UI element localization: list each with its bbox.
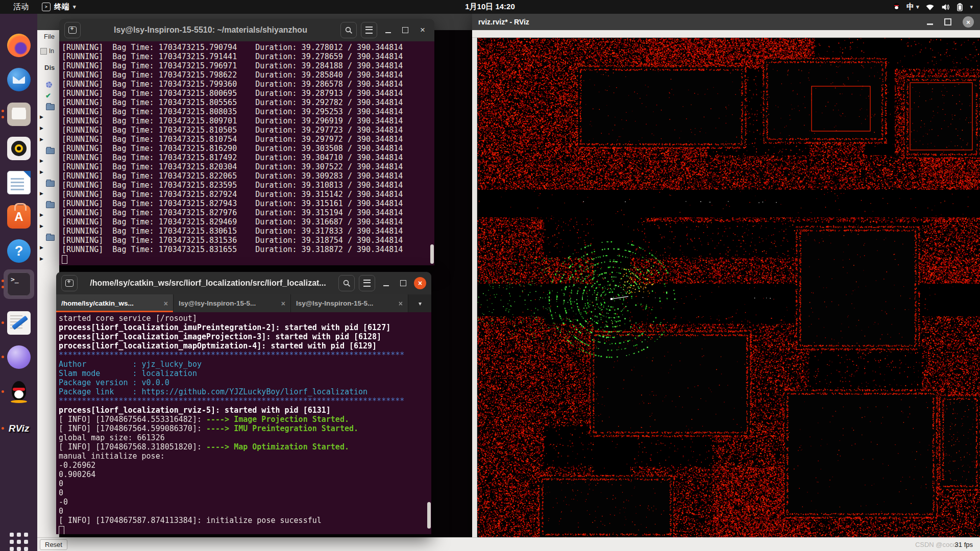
- dock-item-rviz[interactable]: RViz: [6, 416, 32, 441]
- terminal-output-line: process[liorf_localization_rviz-5]: star…: [59, 406, 431, 415]
- interact-tool-button[interactable]: In: [40, 47, 54, 55]
- displays-tree-row[interactable]: ▶: [37, 256, 59, 264]
- chevron-down-icon: ▾: [73, 4, 76, 10]
- close-button[interactable]: ×: [416, 23, 429, 37]
- displays-tree-row[interactable]: [37, 201, 59, 209]
- scrollbar-thumb[interactable]: [427, 502, 431, 529]
- dock-item-help[interactable]: ?: [6, 238, 32, 264]
- gear-icon: [46, 82, 52, 88]
- terminal-output-line: [RUNNING] Bag Time: 1703473215.810754 Du…: [62, 135, 434, 144]
- chevron-down-icon: ▾: [916, 4, 919, 10]
- dock-item-text-editor[interactable]: [6, 310, 32, 336]
- displays-tree-row[interactable]: ▶: [37, 223, 59, 231]
- folder-icon: [46, 181, 55, 187]
- chevron-down-icon[interactable]: ▾: [970, 4, 973, 10]
- search-button[interactable]: [338, 275, 355, 291]
- maximize-icon: [400, 280, 406, 286]
- dock-item-terminal[interactable]: >_: [6, 271, 32, 297]
- search-button[interactable]: [340, 22, 357, 38]
- terminal-headerbar[interactable]: lsy@lsy-Inspiron-15-5510: ~/materials/sh…: [59, 19, 434, 41]
- terminal-output-line: [RUNNING] Bag Time: 1703473215.817492 Du…: [62, 153, 434, 162]
- csdn-watermark: CSDN @coco: [915, 541, 957, 548]
- minimize-button[interactable]: [381, 23, 395, 37]
- tab-close-icon[interactable]: ×: [164, 299, 168, 308]
- terminal-tab[interactable]: lsy@lsy-Inspiron-15-5...×: [291, 294, 408, 312]
- tab-close-icon[interactable]: ×: [399, 299, 403, 308]
- hamburger-icon: [363, 280, 371, 287]
- displays-tree-row[interactable]: [37, 146, 59, 155]
- tab-close-icon[interactable]: ×: [281, 299, 285, 308]
- rviz-titlebar[interactable]: rviz.rviz* - RViz ×: [472, 14, 980, 30]
- maximize-button[interactable]: [399, 23, 412, 37]
- terminal-output-line: Package version : v0.0.0: [59, 378, 431, 387]
- close-icon[interactable]: ×: [963, 16, 974, 28]
- displays-tree-row[interactable]: ▶: [37, 125, 59, 133]
- scrollbar-thumb[interactable]: [430, 244, 434, 264]
- rviz-viewport[interactable]: [477, 38, 980, 538]
- tab-list-dropdown[interactable]: ▾: [409, 294, 431, 312]
- displays-tree-row[interactable]: ▶: [37, 244, 59, 253]
- show-applications-icon: [10, 533, 28, 551]
- displays-tree-row[interactable]: [37, 103, 59, 111]
- menu-button[interactable]: [359, 275, 375, 291]
- terminal-tab[interactable]: lsy@lsy-Inspiron-15-5...×: [174, 294, 291, 312]
- displays-tree-row[interactable]: [37, 233, 59, 241]
- terminal-title: /home/lsy/catkin_ws/src/liorf_localizati…: [82, 279, 334, 288]
- expander-triangle-icon: ▶: [40, 126, 43, 131]
- displays-tree-row[interactable]: ▶: [37, 158, 59, 166]
- displays-tree-row[interactable]: [37, 179, 59, 187]
- app-menu[interactable]: > 终端 ▾: [42, 2, 76, 12]
- new-tab-button[interactable]: [64, 22, 81, 38]
- battery-icon[interactable]: [957, 3, 963, 11]
- dock-item-ubuntu-software[interactable]: A: [6, 204, 32, 230]
- search-icon: [345, 27, 353, 34]
- minimize-icon[interactable]: [927, 23, 933, 25]
- dock-item-thunderbird[interactable]: [6, 67, 32, 92]
- qq-tray-icon[interactable]: [893, 3, 900, 11]
- dock-item-qq[interactable]: [6, 379, 32, 405]
- displays-tree-row[interactable]: ▶: [37, 114, 59, 122]
- volume-icon[interactable]: [941, 4, 950, 11]
- terminal-tab[interactable]: /home/lsy/catkin_ws...×: [56, 294, 174, 312]
- terminal-output[interactable]: [RUNNING] Bag Time: 1703473215.790794 Du…: [59, 41, 434, 265]
- close-button[interactable]: ×: [414, 277, 426, 289]
- displays-tree-row[interactable]: [37, 81, 59, 89]
- wifi-icon[interactable]: [925, 4, 935, 11]
- terminal-output-line: global map size: 661326: [59, 433, 431, 442]
- expander-triangle-icon: ▶: [40, 245, 43, 250]
- dock-item-show-applications[interactable]: [6, 529, 32, 551]
- clock[interactable]: 1月10日 14:20: [0, 2, 980, 12]
- folder-icon: [46, 104, 55, 110]
- displays-tree-row[interactable]: ▶: [37, 212, 59, 220]
- dock-item-network-app[interactable]: [6, 344, 32, 370]
- dock-item-libreoffice-writer[interactable]: [6, 170, 32, 195]
- expander-triangle-icon: ▶: [40, 137, 43, 142]
- terminal-headerbar[interactable]: /home/lsy/catkin_ws/src/liorf_localizati…: [56, 272, 431, 294]
- status-bar: Reset CSDN @coco 31 fps: [37, 537, 980, 551]
- minimize-button[interactable]: [379, 277, 393, 290]
- files-icon: [7, 103, 31, 126]
- rviz-icon: RViz: [7, 417, 31, 440]
- displays-tree-row[interactable]: ▶: [37, 169, 59, 177]
- restore-icon[interactable]: [944, 18, 951, 26]
- rviz-file-menu[interactable]: File: [44, 33, 55, 40]
- menu-button[interactable]: [361, 22, 377, 38]
- running-indicator-dot: [2, 321, 4, 324]
- new-tab-button[interactable]: [61, 275, 78, 291]
- displays-tree-row[interactable]: ▶: [37, 190, 59, 198]
- terminal-output[interactable]: started core service [/rosout]process[li…: [56, 312, 431, 534]
- rviz-panel-edge[interactable]: [472, 38, 477, 538]
- displays-tree-row[interactable]: ✔: [37, 92, 59, 101]
- maximize-button[interactable]: [397, 277, 410, 290]
- terminal-output-line: 0: [59, 507, 431, 516]
- activities-button[interactable]: 活动: [13, 2, 29, 12]
- terminal-output-line: Package link : https://github.com/YJZLuc…: [59, 387, 431, 396]
- dock-item-rhythmbox[interactable]: [6, 136, 32, 161]
- libreoffice-writer-icon: [7, 171, 31, 194]
- terminal-title: lsy@lsy-Inspiron-15-5510: ~/materials/sh…: [85, 26, 336, 35]
- reset-button[interactable]: Reset: [40, 539, 67, 550]
- displays-tree-row[interactable]: ▶: [37, 136, 59, 144]
- dock-item-files[interactable]: [6, 102, 32, 127]
- dock-item-firefox[interactable]: [6, 33, 32, 58]
- input-method-indicator[interactable]: 中▾: [906, 2, 919, 12]
